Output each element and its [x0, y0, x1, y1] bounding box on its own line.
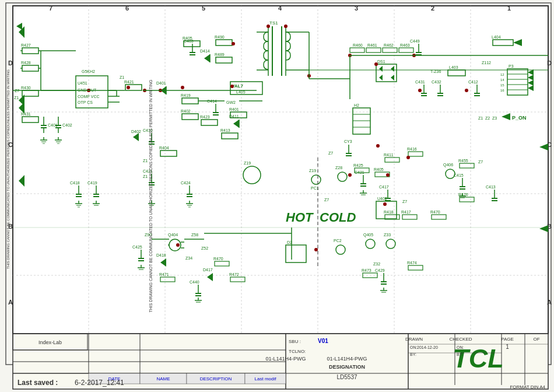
svg-text:C425: C425: [132, 245, 142, 249]
svg-text:6: 6: [125, 5, 129, 12]
svg-text:Z34: Z34: [185, 256, 192, 260]
svg-text:A: A: [8, 299, 13, 306]
svg-text:R405: R405: [374, 167, 384, 172]
svg-text:C418: C418: [70, 181, 80, 185]
svg-text:R418: R418: [384, 210, 394, 214]
svg-point-315: [348, 173, 352, 177]
svg-text:R430: R430: [21, 86, 31, 90]
svg-text:L403: L403: [449, 65, 458, 69]
svg-text:CHECKED: CHECKED: [449, 337, 472, 342]
svg-point-317: [406, 156, 410, 159]
svg-text:2: 2: [431, 5, 434, 12]
svg-text:P_ON: P_ON: [512, 115, 527, 121]
svg-text:14: 14: [500, 78, 504, 82]
svg-text:Z3: Z3: [492, 116, 497, 120]
svg-text:R411: R411: [384, 153, 394, 157]
svg-text:Z1: Z1: [143, 174, 148, 178]
svg-text:R463: R463: [400, 43, 410, 47]
svg-text:Z1: Z1: [14, 96, 19, 100]
svg-text:G5KH2: G5KH2: [82, 69, 95, 74]
svg-text:PAGE: PAGE: [501, 337, 514, 342]
svg-text:R419: R419: [181, 93, 191, 97]
svg-text:Last saved :: Last saved :: [17, 379, 58, 387]
svg-point-310: [374, 62, 378, 66]
svg-text:Z19: Z19: [244, 161, 251, 165]
svg-text:SBU :: SBU :: [289, 339, 301, 344]
svg-text:1: 1: [507, 5, 511, 12]
svg-text:01-L141H4-PWG: 01-L141H4-PWG: [265, 356, 306, 362]
svg-text:5: 5: [202, 5, 205, 12]
svg-text:R471: R471: [159, 272, 169, 276]
svg-text:DS1: DS1: [377, 60, 385, 64]
svg-text:Z1: Z1: [478, 116, 483, 120]
svg-text:C449: C449: [410, 39, 420, 43]
svg-text:D418: D418: [156, 253, 166, 257]
svg-text:Last modif: Last modif: [255, 376, 277, 382]
svg-text:R455: R455: [458, 159, 468, 163]
svg-text:COMP VCC: COMP VCC: [78, 94, 100, 99]
svg-text:R490: R490: [215, 35, 225, 39]
svg-text:01-L141H4-PWG: 01-L141H4-PWG: [327, 356, 367, 362]
svg-text:L404: L404: [492, 35, 501, 39]
svg-text:Q406: Q406: [443, 163, 453, 167]
warning-text: THIS DRAWING CANNOT BE COMMUNICATED TO U…: [149, 50, 153, 342]
svg-point-304: [232, 42, 235, 46]
svg-text:Z19: Z19: [309, 169, 316, 173]
svg-point-300: [127, 86, 130, 89]
svg-text:PC2: PC2: [334, 239, 342, 243]
svg-text:THIS DRAWING CANNOT BE COMMUNI: THIS DRAWING CANNOT BE COMMUNICATED TO U…: [6, 69, 10, 269]
svg-text:Z32: Z32: [373, 262, 380, 266]
svg-point-313: [465, 89, 468, 92]
svg-text:C432: C432: [432, 80, 441, 84]
svg-text:LD5537: LD5537: [336, 374, 357, 380]
svg-text:DRAWN: DRAWN: [405, 337, 423, 342]
svg-text:2014-12-20: 2014-12-20: [417, 345, 438, 349]
svg-text:OTP  CS: OTP CS: [78, 100, 93, 104]
svg-text:C402: C402: [62, 123, 72, 127]
svg-point-320: [314, 248, 318, 251]
svg-text:Z7: Z7: [324, 198, 329, 202]
svg-text:Z1: Z1: [143, 159, 148, 163]
svg-text:C421: C421: [355, 170, 364, 174]
svg-text:DESCRIPTION: DESCRIPTION: [200, 376, 232, 382]
svg-text:R401: R401: [229, 107, 239, 111]
svg-text:C417: C417: [379, 185, 389, 189]
svg-text:V01: V01: [318, 338, 328, 344]
svg-text:U451: U451: [78, 81, 87, 85]
svg-text:R417: R417: [401, 210, 411, 214]
svg-text:12: 12: [500, 73, 504, 76]
svg-text:Q405: Q405: [363, 233, 373, 237]
svg-text:Z2: Z2: [485, 116, 490, 120]
svg-text:TS1: TS1: [269, 20, 278, 26]
svg-text:C419: C419: [87, 181, 97, 185]
svg-text:R416: R416: [407, 147, 417, 151]
svg-text:P3: P3: [509, 64, 514, 68]
svg-point-318: [383, 202, 387, 206]
svg-text:C413: C413: [486, 185, 496, 189]
svg-text:C429: C429: [375, 268, 385, 272]
svg-text:R405: R405: [183, 36, 192, 40]
svg-text:R461: R461: [367, 43, 377, 47]
svg-text:R427: R427: [21, 43, 31, 47]
svg-text:Z7: Z7: [15, 89, 19, 93]
svg-text:ON:: ON:: [410, 345, 418, 349]
svg-text:Z28: Z28: [335, 166, 342, 170]
svg-point-305: [230, 85, 234, 88]
svg-text:R470: R470: [213, 257, 223, 261]
svg-point-306: [267, 24, 270, 28]
svg-text:R474: R474: [407, 261, 417, 265]
svg-text:HOT: HOT: [286, 210, 314, 225]
svg-text:4: 4: [278, 5, 282, 12]
svg-text:FORMAT DIN A4: FORMAT DIN A4: [510, 384, 545, 390]
svg-text:Z1: Z1: [120, 75, 124, 79]
svg-text:D417: D417: [203, 268, 213, 272]
svg-text:DESIGNATION: DESIGNATION: [329, 364, 365, 370]
svg-text:D: D: [8, 60, 13, 66]
svg-text:Z58: Z58: [191, 233, 198, 237]
svg-text:R462: R462: [384, 43, 394, 47]
svg-text:R470: R470: [430, 210, 440, 214]
svg-text:Q404: Q404: [168, 233, 178, 237]
svg-text:R489: R489: [215, 52, 225, 57]
svg-point-312: [418, 89, 422, 92]
svg-text:Index-Lab: Index-Lab: [38, 340, 62, 345]
